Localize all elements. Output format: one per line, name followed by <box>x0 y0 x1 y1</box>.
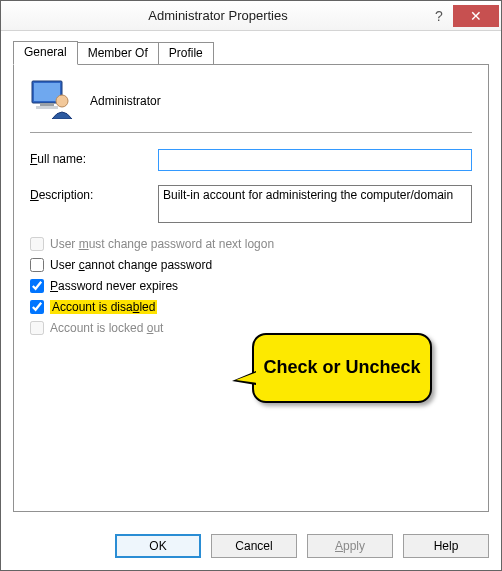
cancel-button[interactable]: Cancel <box>211 534 297 558</box>
checkbox-must-change <box>30 237 44 251</box>
description-row: Description: Built-in account for admini… <box>30 185 472 223</box>
dialog-window: Administrator Properties ? ✕ General Mem… <box>0 0 502 571</box>
checkbox-disabled[interactable] <box>30 300 44 314</box>
account-header: Administrator <box>30 79 472 122</box>
fullname-row: Full name: <box>30 149 472 171</box>
ok-button[interactable]: OK <box>115 534 201 558</box>
window-title: Administrator Properties <box>11 8 425 23</box>
checkbox-group: User must change password at next logon … <box>30 237 472 335</box>
help-button[interactable]: Help <box>403 534 489 558</box>
label-disabled: Account is disabled <box>50 300 157 314</box>
tabstrip: General Member Of Profile <box>13 41 489 64</box>
checkbox-never-expires[interactable] <box>30 279 44 293</box>
check-disabled[interactable]: Account is disabled <box>30 300 472 314</box>
divider <box>30 132 472 133</box>
annotation-callout: Check or Uncheck <box>252 333 432 403</box>
tab-profile[interactable]: Profile <box>158 42 214 64</box>
fullname-input[interactable] <box>158 149 472 171</box>
callout-text: Check or Uncheck <box>263 357 420 379</box>
check-cannot-change[interactable]: User cannot change password <box>30 258 472 272</box>
svg-point-4 <box>56 95 68 107</box>
account-name: Administrator <box>90 94 161 108</box>
checkbox-cannot-change[interactable] <box>30 258 44 272</box>
check-must-change: User must change password at next logon <box>30 237 472 251</box>
svg-rect-3 <box>36 106 58 109</box>
help-icon[interactable]: ? <box>425 5 453 27</box>
fullname-label: Full name: <box>30 149 158 166</box>
tab-general[interactable]: General <box>13 41 78 65</box>
svg-rect-2 <box>40 103 54 106</box>
label-must-change: User must change password at next logon <box>50 237 274 251</box>
tabpanel-general: Administrator Full name: Description: Bu… <box>13 64 489 512</box>
dialog-body: General Member Of Profile Administrator <box>1 31 501 524</box>
close-button[interactable]: ✕ <box>453 5 499 27</box>
description-label: Description: <box>30 185 158 202</box>
user-monitor-icon <box>30 79 74 122</box>
button-row: OK Cancel Apply Help <box>1 524 501 570</box>
label-locked-out: Account is locked out <box>50 321 163 335</box>
description-input[interactable]: Built-in account for administering the c… <box>158 185 472 223</box>
check-never-expires[interactable]: Password never expires <box>30 279 472 293</box>
tab-member-of[interactable]: Member Of <box>77 42 159 64</box>
titlebar: Administrator Properties ? ✕ <box>1 1 501 31</box>
label-cannot-change: User cannot change password <box>50 258 212 272</box>
checkbox-locked-out <box>30 321 44 335</box>
label-never-expires: Password never expires <box>50 279 178 293</box>
apply-button[interactable]: Apply <box>307 534 393 558</box>
